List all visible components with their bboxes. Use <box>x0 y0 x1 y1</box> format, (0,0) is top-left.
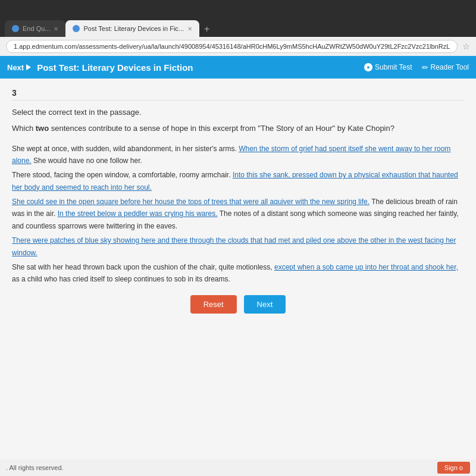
p5-plain1: She sat with her head thrown back upon t… <box>12 263 273 271</box>
submit-label: Submit Test <box>375 63 412 71</box>
app-title: Post Test: Literary Devices in Fiction <box>37 62 193 73</box>
passage-p4: There were patches of blue sky showing h… <box>12 234 464 259</box>
reset-button[interactable]: Reset <box>190 295 237 314</box>
header-right: ● Submit Test ✏ Reader Tool <box>364 63 469 72</box>
reader-tool-icon: ✏ <box>422 63 428 72</box>
instruction: Select the correct text in the passage. <box>12 108 464 117</box>
question-text: Which two sentences contribute to a sens… <box>12 123 464 134</box>
new-tab-button[interactable]: + <box>199 21 214 37</box>
p5-highlight[interactable]: except when a sob came up into her throa… <box>274 263 458 271</box>
passage-p2: There stood, facing the open window, a c… <box>12 169 464 193</box>
tab-1-close[interactable]: ✕ <box>54 26 58 32</box>
tab-1[interactable]: End Qu... ✕ <box>5 20 65 37</box>
p4-highlight[interactable]: There were patches of blue sky showing h… <box>12 236 456 256</box>
tab-1-label: End Qu... <box>23 25 50 32</box>
header-next-button[interactable]: Next <box>7 63 31 72</box>
address-bar: ☆ <box>0 37 476 56</box>
p1-plain: She wept at once, with sudden, wild aban… <box>12 145 237 153</box>
tab-2[interactable]: Post Test: Literary Devices in Fic... ✕ <box>65 20 199 37</box>
header-next-label: Next <box>7 63 24 72</box>
submit-icon: ● <box>364 63 372 71</box>
header-left: Next Post Test: Literary Devices in Fict… <box>7 62 193 73</box>
passage-p3: She could see in the open square before … <box>12 196 464 232</box>
passage-p5: She sat with her head thrown back upon t… <box>12 261 464 286</box>
tab-1-icon <box>12 25 19 32</box>
address-input[interactable] <box>6 40 458 53</box>
next-button[interactable]: Next <box>244 295 286 314</box>
question-number: 3 <box>12 86 464 101</box>
content-area: 3 Select the correct text in the passage… <box>0 79 476 459</box>
submit-test-button[interactable]: ● Submit Test <box>364 63 412 71</box>
bookmark-icon[interactable]: ☆ <box>462 42 470 51</box>
tab-2-close[interactable]: ✕ <box>187 26 192 32</box>
passage-p1: She wept at once, with sudden, wild aban… <box>12 143 464 167</box>
button-row: Reset Next <box>12 295 464 314</box>
reader-tool-button[interactable]: ✏ Reader Tool <box>422 63 469 72</box>
os-top-bar <box>0 0 476 17</box>
reader-tool-label: Reader Tool <box>431 63 469 71</box>
p1-plain2: She would have no one follow her. <box>33 156 142 165</box>
tab-2-label: Post Test: Literary Devices in Fic... <box>83 25 184 32</box>
p2-plain: There stood, facing the open window, a c… <box>12 171 231 179</box>
copyright-text: . All rights reserved. <box>6 464 64 471</box>
app-header: Next Post Test: Literary Devices in Fict… <box>0 56 476 79</box>
p3-highlight1[interactable]: She could see in the open square before … <box>12 198 369 206</box>
tab-2-icon <box>73 25 80 32</box>
p3-highlight2[interactable]: In the street below a peddler was crying… <box>58 209 218 218</box>
next-arrow-icon <box>26 64 31 70</box>
bottom-bar: . All rights reserved. Sign o <box>0 459 476 476</box>
tab-bar: End Qu... ✕ Post Test: Literary Devices … <box>0 17 476 37</box>
passage: She wept at once, with sudden, wild aban… <box>12 143 464 286</box>
p5-plain2: as a child who has cried itself to sleep… <box>12 275 230 283</box>
sign-out-button[interactable]: Sign o <box>437 462 470 474</box>
